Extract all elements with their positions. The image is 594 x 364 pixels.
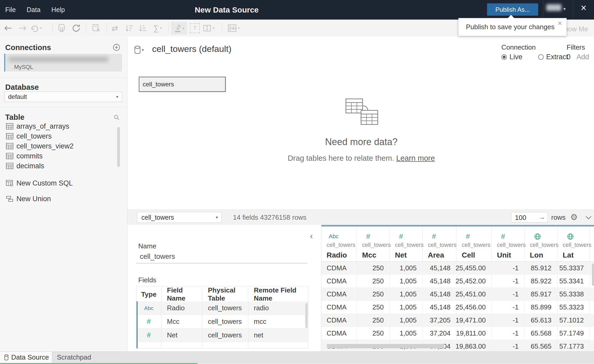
table-item-decimals[interactable]: decimals xyxy=(0,161,118,171)
fields-table-scrollbar[interactable] xyxy=(305,303,308,328)
table-item-cell-towers[interactable]: cell_towers xyxy=(0,131,118,141)
redo-button[interactable] xyxy=(18,25,27,32)
menu-file[interactable]: File xyxy=(5,6,16,14)
fit-selector[interactable]: ▾ xyxy=(203,24,215,32)
sidebar-scrollbar[interactable] xyxy=(117,127,120,167)
sort-descending-button[interactable] xyxy=(139,24,147,32)
remote-field-cell: net xyxy=(248,329,308,342)
grid-vertical-scrollbar[interactable] xyxy=(592,264,594,286)
field-row-radio[interactable]: Abc Radio cell_towers radio xyxy=(136,301,308,315)
fields-col-type[interactable]: Type xyxy=(136,286,161,303)
globe-icon xyxy=(534,232,557,241)
datasource-db-icon[interactable]: ▾ xyxy=(134,46,144,54)
field-row-net[interactable]: # Net cell_towers net xyxy=(136,329,308,342)
database-select[interactable]: default ▾ xyxy=(4,92,122,102)
cell xyxy=(555,225,556,225)
extract-radio[interactable] xyxy=(538,54,544,60)
sigma-icon: ∑ xyxy=(153,24,159,33)
type-string-icon: Abc xyxy=(144,305,153,311)
grid-rows: CDMA 250 1,005 45,148 25,455.00 -1 85.91… xyxy=(321,262,594,351)
preview-table-select[interactable]: cell_towers ▾ xyxy=(137,212,222,223)
fields-col-remote-field-name[interactable]: Remote Field Name xyxy=(248,286,308,303)
cell: 37,205 xyxy=(423,314,457,327)
preview-table-selected: cell_towers xyxy=(141,214,174,221)
logical-table-node[interactable]: cell_towers xyxy=(139,77,226,92)
sort-ascending-button[interactable] xyxy=(125,24,134,32)
table-item-cell-towers-view2[interactable]: cell_towers_view2 xyxy=(0,141,118,151)
collapse-panel-icon[interactable]: ‹ xyxy=(310,231,313,240)
empty-state-subtext: Drag tables here to relate them. Learn m… xyxy=(288,154,435,163)
grid-col-area[interactable]: # cell_towers Area xyxy=(423,226,457,261)
tab-scratchpad-label: Scratchpad xyxy=(57,353,91,361)
grid-col-name: Mcc xyxy=(362,251,389,259)
cell: 37,204 xyxy=(423,327,457,340)
grid-col-mcc[interactable]: # cell_towers Mcc xyxy=(357,226,390,261)
new-custom-sql-button[interactable]: New Custom SQL xyxy=(0,178,118,188)
tab-scratchpad[interactable]: Scratchpad xyxy=(52,352,115,363)
apply-row-count-icon[interactable]: → xyxy=(539,213,545,221)
grid-horizontal-scrollbar[interactable] xyxy=(327,344,444,348)
grid-col-radio[interactable]: Abc cell_towers Radio xyxy=(321,226,357,261)
filters-add-link[interactable]: Add xyxy=(577,53,589,61)
table-item-arrays-of-arrays[interactable]: arrays_of_arrays xyxy=(0,121,118,131)
add-connection-icon[interactable] xyxy=(113,44,120,51)
database-heading: Database xyxy=(5,83,39,92)
user-account-menu[interactable] xyxy=(546,4,561,11)
highlight-button[interactable]: ▾ xyxy=(171,22,187,35)
show-me-toggle-button[interactable]: ▾ xyxy=(227,24,240,32)
live-radio[interactable] xyxy=(501,54,507,60)
cell: 19,471.00 xyxy=(457,314,492,327)
menu-data[interactable]: Data xyxy=(27,6,40,14)
undo-button[interactable] xyxy=(4,25,13,32)
totals-caret-icon[interactable]: ▾ xyxy=(160,26,162,30)
publish-as-button[interactable]: Publish As... xyxy=(487,3,538,16)
gear-icon[interactable]: ⚙ xyxy=(570,212,578,222)
menu-help[interactable]: Help xyxy=(51,6,65,14)
grid-col-lon[interactable]: cell_towers Lon xyxy=(525,226,557,261)
refresh-button[interactable] xyxy=(71,24,81,33)
pause-updates-button[interactable] xyxy=(58,23,66,33)
fit-caret-icon[interactable]: ▾ xyxy=(213,26,215,30)
table-icon xyxy=(6,163,13,169)
live-label[interactable]: Live xyxy=(509,53,523,61)
grid-col-unit[interactable]: # cell_towers Unit xyxy=(492,226,525,261)
fields-col-field-name[interactable]: Field Name xyxy=(161,286,202,303)
grid-col-lat[interactable]: cell_towers Lat xyxy=(557,226,590,261)
grid-col-net[interactable]: # cell_towers Net xyxy=(390,226,423,261)
tab-data-source[interactable]: Data Source xyxy=(0,352,52,363)
remote-field-cell: radio xyxy=(248,301,308,315)
new-union-button[interactable]: New Union xyxy=(0,194,118,204)
cell: 250 xyxy=(357,314,390,327)
replay-caret-icon[interactable]: ▾ xyxy=(40,26,42,30)
sidebar-divider xyxy=(0,107,127,107)
filters-section-label: Filters xyxy=(567,43,585,51)
replay-button[interactable]: ▾ xyxy=(31,24,42,32)
extract-label[interactable]: Extract xyxy=(546,53,568,61)
text-annotation-button[interactable]: T xyxy=(190,23,200,33)
table-item-commits[interactable]: commits xyxy=(0,151,118,161)
table-search-icon[interactable] xyxy=(114,115,119,120)
swap-rows-columns-icon[interactable]: ⇄ xyxy=(112,23,118,33)
totals-button[interactable]: ∑ ▾ xyxy=(153,24,162,33)
highlight-caret-icon[interactable]: ▾ xyxy=(183,26,184,30)
fields-col-physical-table[interactable]: Physical Table xyxy=(202,286,248,303)
relationship-canvas: ▾ cell_towers (default) Connection Live … xyxy=(127,37,594,210)
chevron-down-icon[interactable] xyxy=(585,216,592,220)
grid-col-cell[interactable]: # cell_towers Cell xyxy=(457,226,492,261)
field-row-partial[interactable] xyxy=(136,342,308,349)
tooltip-close-icon[interactable]: × xyxy=(557,19,562,28)
connection-item[interactable]: MySQL xyxy=(4,54,122,71)
close-icon[interactable]: × xyxy=(581,3,586,13)
row-count-input[interactable] xyxy=(514,212,539,223)
table-heading: Table xyxy=(5,113,25,122)
field-row-mcc[interactable]: # Mcc cell_towers mcc xyxy=(136,315,308,329)
cancel-update-button[interactable] xyxy=(92,24,101,33)
learn-more-link[interactable]: Learn more xyxy=(396,154,435,162)
name-field[interactable]: cell_towers xyxy=(140,253,175,261)
filters-count: 0 xyxy=(567,53,571,61)
user-caret-icon[interactable]: ▾ xyxy=(563,6,566,12)
show-me-caret-icon[interactable]: ▾ xyxy=(238,26,240,30)
datasource-caret-icon[interactable]: ▾ xyxy=(142,48,144,52)
cell: 57.1749 xyxy=(557,327,590,340)
cell: 45,148 xyxy=(423,275,457,288)
